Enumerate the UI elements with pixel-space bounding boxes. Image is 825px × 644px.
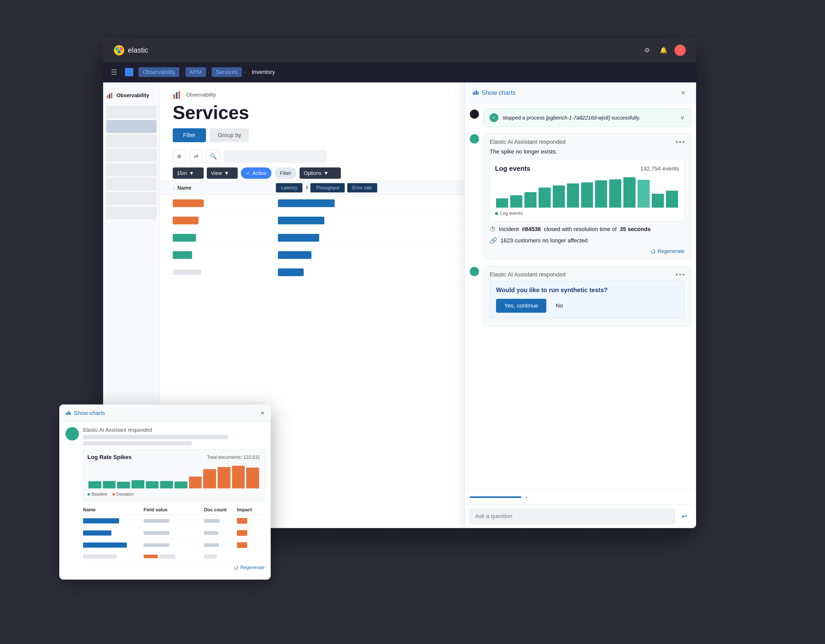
overlay-author-name: Elastic AI Assistant <box>83 427 126 433</box>
sidebar-item-1[interactable] <box>106 106 156 119</box>
log-bar-11 <box>638 180 650 208</box>
log-bar-8 <box>595 180 607 208</box>
legend-deviation-label: Deviation <box>116 492 134 497</box>
secondary-filter-button[interactable]: Group by <box>210 128 249 142</box>
overlay-show-charts[interactable]: Show charts <box>65 410 105 416</box>
sidebar-item-5[interactable] <box>106 163 156 176</box>
close-ai-panel-button[interactable]: × <box>678 88 688 98</box>
log-chart-header: Log events 132,754 events <box>495 165 679 173</box>
send-button[interactable]: ↩ <box>678 510 691 523</box>
table-row[interactable] <box>83 539 264 551</box>
toolbar-dropdown-3[interactable]: Options ▼ <box>300 168 341 179</box>
ai-input-area: ↩ <box>465 504 696 528</box>
overlay-table-header: Name Field value Doc count Impact <box>83 505 264 515</box>
responded-text-1: responded <box>539 139 565 145</box>
spike-chart-title: Log Rate Spikes <box>87 454 131 461</box>
breadcrumb-inventory[interactable]: Inventory <box>247 67 279 77</box>
regenerate-button-1[interactable]: Regenerate <box>490 248 684 254</box>
customers-text: 1623 customers no longer affected <box>501 237 587 244</box>
log-events-chart: Log events 132,754 events <box>490 159 684 222</box>
log-rate-spikes-chart: Log Rate Spikes Total documents: 122,531 <box>83 450 264 501</box>
add-icon[interactable]: ⊕ <box>173 150 185 163</box>
option-dot-3 <box>683 141 684 143</box>
row-field-bar-3 <box>144 543 169 547</box>
sidebar-item-4[interactable] <box>106 149 156 162</box>
row-name-bar-2 <box>83 530 111 536</box>
browser-titlebar: elastic ⚙ 🔔 <box>103 39 696 62</box>
check-icon: ✓ <box>490 113 498 122</box>
sidebar-item-3[interactable] <box>106 134 156 147</box>
clock-icon: ⏱ <box>490 226 496 233</box>
toolbar-dropdown-2[interactable]: View ▼ <box>207 168 238 179</box>
overlay-close-button[interactable]: × <box>261 409 264 417</box>
svg-rect-4 <box>107 95 108 99</box>
option-dot-4 <box>676 274 678 276</box>
sidebar-item-8[interactable] <box>106 206 156 219</box>
users-icon: 🔗 <box>490 237 497 244</box>
overlay-body: Elastic AI Assistant responded Log Rate … <box>59 422 271 579</box>
alert-icon[interactable]: 🔔 <box>658 45 669 56</box>
breadcrumb-apm[interactable]: APM <box>185 67 206 77</box>
spike-bar-teal-3 <box>117 482 130 488</box>
chevron-down-icon[interactable]: ∨ <box>680 114 684 121</box>
svg-point-3 <box>117 50 121 53</box>
legend-dot-teal <box>495 212 498 215</box>
ai-message-bubble-2: Elastic AI Assistant responded <box>483 266 691 327</box>
pill-filter-label: Filter <box>280 170 291 176</box>
browser-logo: elastic <box>113 45 148 56</box>
window-controls: ⚙ 🔔 <box>641 45 686 56</box>
user-avatar[interactable] <box>674 45 686 56</box>
log-bar-13 <box>666 191 678 208</box>
toolbar-pill-filter[interactable]: Filter <box>275 168 296 179</box>
col-header-throughput[interactable]: Throughput <box>311 183 345 193</box>
ai-panel-body: ✓ stopped a process [pgbench-1-7a82216d-… <box>465 103 696 490</box>
message-options-2[interactable] <box>676 274 684 276</box>
overlay-author: Elastic AI Assistant responded <box>83 427 264 433</box>
legend-label: Log events <box>500 211 523 216</box>
stopped-message-bubble: ✓ stopped a process [pgbench-1-7a82216d-… <box>483 108 691 127</box>
toolbar-dropdown-1[interactable]: 15m ▼ <box>173 168 204 179</box>
filter-icon[interactable]: ⇌ <box>190 150 202 163</box>
search-icon[interactable]: 🔍 <box>207 150 219 163</box>
menu-icon[interactable]: ☰ <box>111 68 117 77</box>
table-row[interactable] <box>83 527 264 539</box>
option-dot-5 <box>679 274 681 276</box>
overlay-window: Show charts × Elastic AI Assistant respo… <box>59 404 271 579</box>
breadcrumb-arrow-2: › <box>208 69 210 75</box>
primary-filter-button[interactable]: Filter <box>173 128 206 142</box>
pill-label: Active <box>252 170 266 176</box>
show-charts-button[interactable]: Show charts <box>472 89 516 96</box>
log-bar-5 <box>553 185 565 208</box>
service-metric-2 <box>278 217 324 224</box>
message-options-1[interactable] <box>676 141 684 143</box>
sidebar-item-6[interactable] <box>106 178 156 191</box>
settings-icon[interactable]: ⚙ <box>641 45 653 56</box>
sidebar-item-2[interactable] <box>106 120 156 133</box>
no-button[interactable]: No <box>550 299 568 313</box>
yes-continue-button[interactable]: Yes, continue <box>496 299 546 313</box>
legend-deviation: Deviation <box>113 492 134 497</box>
progress-chevron-icon[interactable]: › <box>525 494 527 500</box>
table-row[interactable] <box>83 515 264 527</box>
ai-input-field[interactable] <box>470 508 675 524</box>
col-header-latency[interactable]: Latency <box>276 183 303 193</box>
elastic-logo-text: elastic <box>128 46 148 54</box>
log-bar-4 <box>539 188 551 208</box>
spike-bar-orange-5 <box>246 468 259 488</box>
overlay-message-row: Elastic AI Assistant responded Log Rate … <box>65 427 264 570</box>
dropdown-label-2: View <box>211 170 222 176</box>
message-header-1: Elastic AI Assistant responded <box>490 139 684 145</box>
search-input[interactable] <box>224 150 327 163</box>
overlay-regenerate-button[interactable]: Regenerate <box>83 565 264 570</box>
breadcrumb-services[interactable]: Services <box>212 67 242 77</box>
svg-point-1 <box>116 47 119 50</box>
stopped-suffix: successfully. <box>612 115 640 120</box>
spike-bar-teal-2 <box>103 481 116 488</box>
breadcrumb-observability[interactable]: Observability <box>139 67 179 77</box>
breadcrumb-arrow-3: › <box>244 69 246 75</box>
svg-rect-7 <box>173 94 175 99</box>
col-header-error[interactable]: Error rate <box>347 183 377 193</box>
col-header-name[interactable]: Name <box>178 185 191 191</box>
sidebar-item-7[interactable] <box>106 192 156 205</box>
toolbar-pill-active[interactable]: ✓ Active <box>241 168 272 179</box>
